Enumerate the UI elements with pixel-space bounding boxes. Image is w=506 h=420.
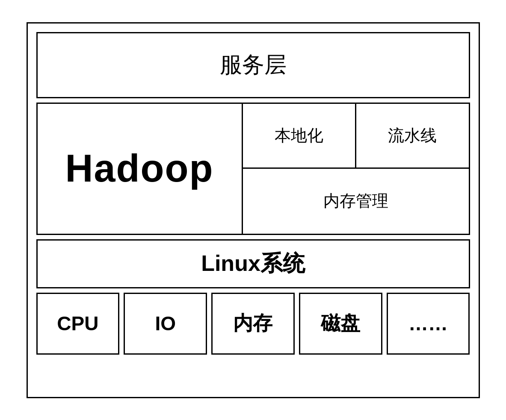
hadoop-layer: Hadoop 本地化 流水线 内存管理 bbox=[36, 103, 470, 235]
hadoop-left: Hadoop bbox=[38, 104, 243, 234]
hadoop-label: Hadoop bbox=[65, 147, 214, 191]
hadoop-right-bottom: 内存管理 bbox=[243, 169, 469, 234]
localization-box: 本地化 bbox=[243, 104, 357, 167]
architecture-diagram: 服务层 Hadoop 本地化 流水线 内存管理 Linux系统 CPU bbox=[27, 22, 480, 398]
localization-label: 本地化 bbox=[275, 125, 323, 147]
hardware-item-cpu: CPU bbox=[36, 293, 120, 355]
pipeline-label: 流水线 bbox=[388, 125, 437, 147]
memory-label: 内存 bbox=[233, 310, 272, 337]
io-label: IO bbox=[155, 312, 176, 335]
disk-label: 磁盘 bbox=[321, 310, 360, 337]
pipeline-box: 流水线 bbox=[356, 104, 469, 167]
memory-mgmt-label: 内存管理 bbox=[323, 190, 388, 212]
cpu-label: CPU bbox=[57, 312, 98, 335]
hadoop-right-top: 本地化 流水线 bbox=[243, 104, 469, 169]
service-layer: 服务层 bbox=[36, 32, 470, 98]
hardware-item-io: IO bbox=[124, 293, 207, 355]
linux-label: Linux系统 bbox=[201, 249, 305, 279]
hardware-item-disk: 磁盘 bbox=[299, 293, 382, 355]
hadoop-right: 本地化 流水线 内存管理 bbox=[243, 104, 469, 234]
service-layer-label: 服务层 bbox=[220, 50, 287, 80]
hardware-layer: CPU IO 内存 磁盘 …… bbox=[36, 293, 470, 355]
other-label: …… bbox=[408, 312, 448, 335]
linux-layer: Linux系统 bbox=[36, 239, 470, 288]
hardware-item-other: …… bbox=[387, 293, 470, 355]
hardware-item-memory: 内存 bbox=[211, 293, 295, 355]
